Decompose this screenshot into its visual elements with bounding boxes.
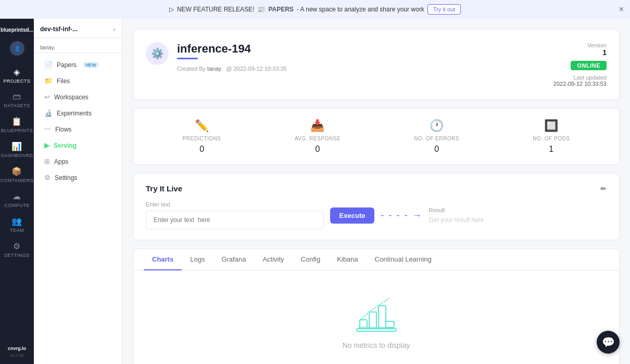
sidebar-item-datasets[interactable]: 🗃 DATASETS bbox=[4, 89, 31, 111]
settings-nav-icon: ⚙ bbox=[44, 174, 51, 181]
arrow-indicator: - - - - → bbox=[381, 210, 422, 221]
settings-icon: ⚙ bbox=[13, 241, 21, 251]
avg-response-value: 0 bbox=[295, 145, 341, 154]
inference-header: ⚙️ inference-194 Created By tanay @ 2022… bbox=[146, 42, 607, 87]
pods-value: 1 bbox=[533, 145, 570, 154]
play-icon: ▷ bbox=[169, 6, 174, 13]
sidebar-nav-workspaces[interactable]: ↩ Workspaces bbox=[37, 89, 119, 105]
projects-label: PROJECTS bbox=[4, 79, 31, 84]
sidebar-item-containers[interactable]: 📦 CONTAINERS bbox=[4, 163, 31, 186]
sidebar-item-projects[interactable]: ◈ PROJECTS bbox=[4, 64, 31, 87]
edit-icon[interactable]: ✏ bbox=[600, 185, 607, 193]
sidebar-nav-experiments[interactable]: 🔬 Experiments bbox=[37, 106, 119, 121]
last-updated-date: 2022-09-12 10:33:53 bbox=[553, 81, 607, 87]
sidebar-nav-serving[interactable]: ▶ Serving bbox=[37, 138, 119, 153]
experiments-nav-label: Experiments bbox=[57, 110, 92, 117]
sidebar-item-blueprints[interactable]: 📋 BLUEPRINTS bbox=[4, 113, 31, 136]
top-banner: ▷ NEW FEATURE RELEASE! 📰 PAPERS - A new … bbox=[0, 0, 630, 19]
settings-label: SETTINGS bbox=[4, 253, 30, 258]
blueprints-label: BLUEPRINTS bbox=[1, 128, 33, 133]
cnvrg-logo: cnvrg.lo bbox=[8, 346, 26, 351]
errors-value: 0 bbox=[414, 145, 459, 154]
flows-nav-icon: 〰 bbox=[44, 125, 51, 133]
workspaces-nav-label: Workspaces bbox=[54, 94, 89, 101]
pods-label: NO. OF PODS bbox=[533, 136, 570, 141]
team-label: TEAM bbox=[10, 228, 24, 233]
files-nav-icon: 📁 bbox=[44, 77, 53, 85]
papers-icon: 📰 bbox=[257, 6, 265, 13]
tabs-bar: Charts Logs Grafana Activity Config Kiba… bbox=[133, 249, 619, 270]
main-layout: blueprintsd... 👤 ◈ PROJECTS 🗃 DATASETS 📋… bbox=[0, 19, 630, 364]
try-it-out-button[interactable]: Try it out bbox=[427, 4, 461, 15]
try-live-input[interactable] bbox=[146, 211, 324, 229]
execute-button[interactable]: Execute bbox=[330, 207, 375, 224]
charts-card: Charts Logs Grafana Activity Config Kiba… bbox=[133, 249, 620, 364]
svg-rect-2 bbox=[379, 306, 386, 328]
stat-avg-response: 📥 AVG. RESPONSE 0 bbox=[295, 119, 341, 154]
sidebar-item-dashboard[interactable]: 📊 DASHBOARD bbox=[4, 138, 31, 161]
sidebar-item-team[interactable]: 👥 TEAM bbox=[4, 213, 31, 236]
svg-rect-5 bbox=[357, 329, 396, 331]
online-badge: ONLINE bbox=[571, 61, 607, 70]
try-live-card: Try It Live ✏ Enter text Execute - - - -… bbox=[133, 173, 620, 240]
close-banner-button[interactable]: × bbox=[619, 5, 624, 14]
try-live-result-section: Result Get your result here bbox=[429, 207, 607, 224]
experiments-nav-icon: 🔬 bbox=[44, 109, 53, 117]
banner-feature: NEW FEATURE RELEASE! bbox=[177, 6, 254, 13]
datasets-icon: 🗃 bbox=[12, 92, 21, 101]
sidebar-item-settings[interactable]: ⚙ SETTINGS bbox=[4, 238, 31, 261]
inference-info: inference-194 Created By tanay @ 2022-09… bbox=[177, 42, 287, 72]
sidebar-nav-settings[interactable]: ⚙ Settings bbox=[37, 170, 119, 185]
apps-nav-icon: ⊞ bbox=[44, 158, 50, 165]
collapse-sidebar-button[interactable]: ‹ bbox=[113, 25, 116, 33]
sidebar-nav-apps[interactable]: ⊞ Apps bbox=[37, 154, 119, 169]
blueprints-icon: 📋 bbox=[11, 116, 22, 126]
datasets-label: DATASETS bbox=[4, 103, 30, 108]
inference-card: ⚙️ inference-194 Created By tanay @ 2022… bbox=[133, 29, 620, 100]
result-placeholder: Get your result here bbox=[429, 216, 607, 224]
sidebar-nav-flows[interactable]: 〰 Flows bbox=[37, 122, 119, 137]
tab-config[interactable]: Config bbox=[293, 249, 329, 270]
dashboard-label: DASHBOARD bbox=[1, 153, 33, 158]
try-live-body: Enter text Execute - - - - → Result Get … bbox=[146, 201, 607, 229]
tab-continual-learning[interactable]: Continual Learning bbox=[367, 249, 440, 270]
serving-nav-label: Serving bbox=[54, 142, 77, 149]
workspaces-nav-icon: ↩ bbox=[44, 93, 50, 101]
try-live-title: Try It Live ✏ bbox=[146, 184, 607, 193]
tab-grafana[interactable]: Grafana bbox=[213, 249, 254, 270]
tab-charts[interactable]: Charts bbox=[144, 249, 182, 270]
tab-activity[interactable]: Activity bbox=[254, 249, 292, 270]
tab-logs[interactable]: Logs bbox=[182, 249, 213, 270]
settings-nav-label: Settings bbox=[55, 174, 77, 181]
workspace-header: dev-tsf-inf-... ‹ bbox=[34, 25, 122, 38]
chat-button[interactable]: 💬 bbox=[597, 331, 620, 354]
tab-kibana[interactable]: Kibana bbox=[329, 249, 366, 270]
serving-nav-icon: ▶ bbox=[44, 141, 49, 149]
content-area: ⚙️ inference-194 Created By tanay @ 2022… bbox=[122, 19, 630, 364]
stat-predictions: ✏️ PREDICTIONS 0 bbox=[183, 119, 221, 154]
created-at: @ 2022-09-12 10:33:35 bbox=[226, 66, 286, 72]
result-label: Result bbox=[429, 207, 607, 213]
created-by-value: tanay bbox=[207, 66, 221, 72]
compute-label: COMPUTE bbox=[4, 203, 30, 208]
stats-card: ✏️ PREDICTIONS 0 📥 AVG. RESPONSE 0 🕐 NO.… bbox=[133, 108, 620, 165]
version-text: v4.7.42 bbox=[10, 353, 23, 358]
version-label: Version bbox=[553, 42, 607, 48]
banner-text: ▷ NEW FEATURE RELEASE! 📰 PAPERS - A new … bbox=[169, 4, 461, 15]
version-number: 1 bbox=[553, 48, 607, 57]
inference-underline bbox=[177, 58, 198, 59]
try-live-input-section: Enter text bbox=[146, 201, 324, 229]
sidebar-nav-papers[interactable]: 📄 Papers NEW bbox=[37, 57, 119, 72]
avg-response-icon: 📥 bbox=[295, 119, 341, 133]
sidebar-nav-files[interactable]: 📁 Files bbox=[37, 73, 119, 88]
papers-nav-label: Papers bbox=[57, 61, 77, 69]
inference-icon: ⚙️ bbox=[146, 42, 169, 65]
svg-rect-1 bbox=[369, 312, 376, 328]
no-metrics-icon bbox=[356, 291, 397, 333]
new-badge: NEW bbox=[83, 62, 99, 68]
apps-nav-label: Apps bbox=[54, 158, 68, 165]
dashboard-icon: 📊 bbox=[11, 141, 22, 151]
sidebar-item-compute[interactable]: ☁ COMPUTE bbox=[4, 188, 31, 211]
flows-nav-label: Flows bbox=[55, 126, 71, 133]
charts-body: No metrics to display bbox=[133, 270, 619, 364]
